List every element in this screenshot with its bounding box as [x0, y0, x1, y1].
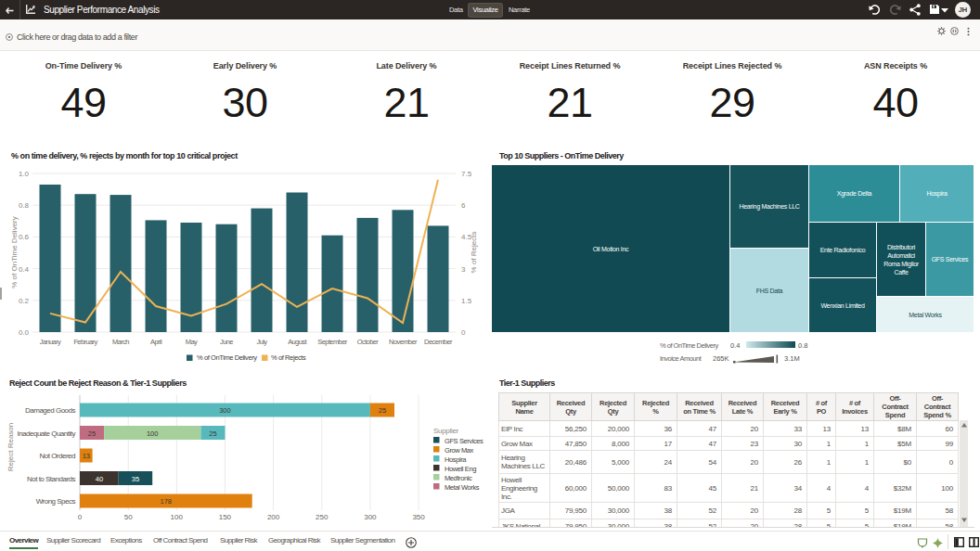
- svg-text:0: 0: [461, 328, 466, 337]
- svg-text:December: December: [424, 338, 453, 346]
- svg-text:June: June: [220, 338, 233, 346]
- svg-text:178: 178: [161, 497, 173, 506]
- svg-text:0.6: 0.6: [19, 233, 30, 241]
- svg-text:Damaged Goods: Damaged Goods: [25, 406, 75, 415]
- svg-text:Inadequate Quantity: Inadequate Quantity: [17, 429, 75, 438]
- svg-text:Reject Count be Reject Reason: Reject Count be Reject Reason & Tier-1 S…: [9, 378, 187, 388]
- svg-text:300: 300: [219, 406, 231, 415]
- svg-text:Not to Standards: Not to Standards: [27, 475, 76, 483]
- svg-text:25: 25: [88, 429, 96, 438]
- svg-text:13: 13: [83, 452, 90, 460]
- svg-text:250: 250: [316, 513, 329, 521]
- svg-text:0.4: 0.4: [19, 265, 30, 274]
- svg-text:0: 0: [78, 513, 83, 521]
- svg-text:September: September: [317, 338, 347, 346]
- svg-text:6: 6: [461, 201, 466, 210]
- svg-text:August: August: [288, 338, 307, 346]
- svg-text:Medtronic: Medtronic: [445, 474, 472, 482]
- svg-text:200: 200: [267, 513, 280, 521]
- svg-text:Metal Works: Metal Works: [445, 483, 480, 492]
- svg-text:40: 40: [96, 475, 103, 483]
- svg-text:7.5: 7.5: [461, 170, 472, 178]
- svg-text:100: 100: [147, 429, 159, 438]
- svg-text:April: April: [150, 338, 162, 346]
- svg-text:0.8: 0.8: [19, 201, 30, 210]
- svg-text:Howell Eng: Howell Eng: [445, 465, 476, 473]
- svg-text:Wrong Specs: Wrong Specs: [36, 497, 76, 506]
- svg-text:Grow Max: Grow Max: [445, 446, 474, 455]
- svg-text:Reject Reason: Reject Reason: [6, 423, 15, 471]
- svg-text:November: November: [389, 338, 418, 346]
- svg-text:Not Ordered: Not Ordered: [39, 452, 75, 460]
- svg-text:50: 50: [124, 513, 133, 521]
- svg-text:May: May: [186, 338, 198, 346]
- svg-text:100: 100: [171, 513, 184, 521]
- svg-text:0.0: 0.0: [19, 328, 30, 337]
- svg-text:25: 25: [379, 406, 386, 415]
- svg-text:January: January: [40, 338, 61, 346]
- svg-text:150: 150: [219, 513, 232, 521]
- svg-text:% of OnTime Delivery: % of OnTime Delivery: [10, 216, 19, 288]
- svg-text:25: 25: [209, 429, 216, 438]
- svg-text:July: July: [257, 338, 268, 346]
- svg-text:3: 3: [461, 265, 466, 274]
- svg-text:35: 35: [132, 475, 139, 483]
- svg-text:% of Rejects: % of Rejects: [470, 232, 478, 274]
- svg-text:February: February: [73, 338, 97, 346]
- svg-text:1.5: 1.5: [461, 297, 472, 305]
- svg-text:% of Rejects: % of Rejects: [271, 353, 306, 362]
- svg-text:March: March: [112, 338, 129, 346]
- svg-text:% on time delivery, % rejects: % on time delivery, % rejects by month f…: [11, 151, 238, 160]
- svg-text:Supplier: Supplier: [433, 427, 459, 435]
- svg-text:350: 350: [412, 513, 425, 521]
- svg-text:October: October: [357, 338, 380, 346]
- svg-text:% of OnTime Delivery: % of OnTime Delivery: [197, 353, 257, 362]
- svg-text:GFS Services: GFS Services: [445, 437, 484, 445]
- svg-text:1.0: 1.0: [19, 170, 30, 178]
- svg-text:Hospira: Hospira: [445, 455, 467, 464]
- svg-text:300: 300: [364, 513, 377, 521]
- svg-text:0.2: 0.2: [19, 297, 30, 305]
